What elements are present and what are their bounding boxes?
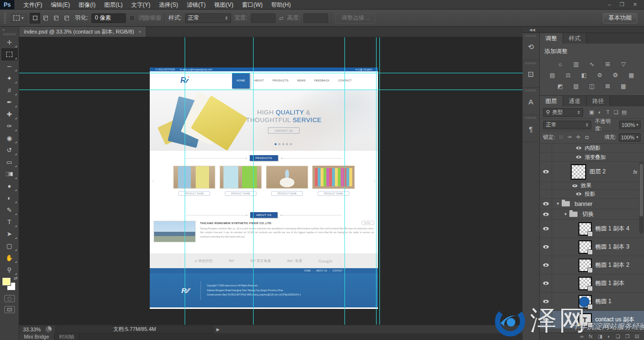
expand-triangle-icon[interactable]: ▼ bbox=[564, 212, 569, 216]
menu-选择(S)[interactable]: 选择(S) bbox=[155, 0, 182, 10]
canvas-viewport[interactable]: ✆ 0512-82707625 ✉ sara.xu@rongweigroup.c… bbox=[19, 37, 522, 325]
subtract-selection-button[interactable] bbox=[51, 13, 61, 23]
layer-row-椭圆 1[interactable]: 椭圆 1 bbox=[540, 293, 644, 311]
menu-图层(L)[interactable]: 图层(L) bbox=[100, 0, 127, 10]
gradient-tool[interactable] bbox=[1, 168, 18, 180]
visibility-eye-icon[interactable] bbox=[543, 213, 549, 216]
paragraph-panel-icon[interactable]: ¶ bbox=[525, 123, 537, 135]
expand-triangle-icon[interactable]: ▼ bbox=[556, 202, 562, 206]
panel-collapse-bar[interactable]: ◀◀ bbox=[522, 27, 644, 33]
link-layers-icon[interactable]: ∞ bbox=[580, 334, 583, 339]
height-input[interactable] bbox=[303, 13, 328, 23]
restore-icon[interactable]: ❐ bbox=[620, 1, 624, 8]
nav-home[interactable]: HOME bbox=[232, 73, 250, 89]
nav-news[interactable]: NEWS bbox=[293, 79, 310, 82]
fill-field[interactable]: 100%▾ bbox=[619, 133, 641, 142]
menu-编辑(E)[interactable]: 编辑(E) bbox=[46, 0, 74, 10]
toolbar-collapse-icon[interactable]: » bbox=[0, 27, 19, 33]
menu-文字(Y)[interactable]: 文字(Y) bbox=[127, 0, 155, 10]
document-tab[interactable]: index.psd @ 33.3% (contact us 副本, RGB/8)… bbox=[19, 27, 146, 37]
tab-样式[interactable]: 样式 bbox=[563, 33, 587, 44]
layer-style-icon[interactable]: fx bbox=[589, 334, 593, 339]
properties-panel-icon[interactable]: ⊡ bbox=[525, 68, 537, 80]
layer-row-渐变叠加[interactable]: 渐变叠加 bbox=[540, 153, 644, 162]
visibility-eye-icon[interactable] bbox=[543, 227, 549, 230]
history-panel-icon[interactable]: ⟲ bbox=[525, 41, 537, 53]
eraser-tool[interactable]: ▭ bbox=[1, 156, 18, 168]
invert-icon[interactable]: ◩ bbox=[555, 82, 566, 90]
tool-preset-picker[interactable]: ▾ bbox=[11, 14, 26, 22]
filter-smart-objects-icon[interactable]: ▤ bbox=[620, 109, 628, 115]
levels-icon[interactable]: ▥ bbox=[570, 60, 582, 68]
character-panel-icon[interactable]: A bbox=[525, 95, 537, 108]
path-selection-tool[interactable]: ➤ bbox=[1, 228, 18, 240]
menu-滤镜(T)[interactable]: 滤镜(T) bbox=[182, 0, 210, 10]
style-select[interactable]: 正常⇕ bbox=[185, 13, 231, 23]
black-white-icon[interactable]: ◧ bbox=[578, 71, 590, 79]
blend-mode-select[interactable]: 正常⇕ bbox=[543, 121, 591, 129]
visibility-eye-icon[interactable] bbox=[543, 202, 549, 205]
visibility-eye-icon[interactable] bbox=[543, 282, 549, 285]
menu-视图(V)[interactable]: 视图(V) bbox=[210, 0, 238, 10]
lock-pixels-icon[interactable]: ✑ bbox=[566, 134, 573, 140]
posterize-icon[interactable]: ▨ bbox=[570, 82, 582, 90]
feather-input[interactable]: 0 像素 bbox=[91, 13, 126, 23]
tab-通道[interactable]: 通道 bbox=[563, 96, 587, 106]
hand-tool[interactable]: ✋ bbox=[1, 252, 18, 264]
color-balance-icon[interactable]: ⚖ bbox=[563, 71, 574, 79]
swap-colors-icon[interactable]: ⇄ bbox=[14, 276, 18, 281]
quick-selection-tool[interactable]: ✦ bbox=[1, 72, 18, 84]
add-mask-icon[interactable]: ◨ bbox=[598, 334, 602, 339]
visibility-eye-icon[interactable] bbox=[543, 245, 549, 249]
visibility-eye-icon[interactable] bbox=[576, 156, 581, 159]
layer-row-banner[interactable]: ▼banner bbox=[540, 199, 644, 209]
bottom-tab-Mini Bridge[interactable]: Mini Bridge bbox=[19, 333, 55, 340]
selective-color-icon[interactable]: ▩ bbox=[618, 82, 629, 90]
quick-mask-button[interactable] bbox=[4, 295, 15, 302]
minimize-icon[interactable]: – bbox=[608, 1, 611, 8]
exposure-icon[interactable]: ⊞ bbox=[602, 60, 613, 68]
clone-stamp-tool[interactable]: ◉ bbox=[1, 132, 18, 144]
layer-row-椭圆 1 副本[interactable]: 椭圆 1 副本 bbox=[540, 274, 644, 293]
blur-tool[interactable]: ● bbox=[1, 180, 18, 192]
visibility-eye-icon[interactable] bbox=[543, 318, 549, 321]
hue-saturation-icon[interactable]: ▤ bbox=[547, 71, 558, 79]
layer-row-效果[interactable]: 效果 bbox=[540, 182, 644, 190]
vibrance-icon[interactable]: ▽ bbox=[618, 60, 629, 68]
layer-row-切换[interactable]: ▼切换 bbox=[540, 209, 644, 220]
layer-fx-badge[interactable]: fx bbox=[633, 169, 637, 175]
menu-文件(F)[interactable]: 文件(F) bbox=[19, 0, 46, 10]
shape-tool[interactable]: ▢ bbox=[1, 240, 18, 252]
layer-filter-type-select[interactable]: ⚲ 类型 ⇕ bbox=[543, 108, 583, 117]
status-options-arrow-icon[interactable]: ▶ bbox=[216, 327, 220, 332]
brush-tool[interactable]: ✑ bbox=[1, 120, 18, 132]
new-group-icon[interactable]: ❏ bbox=[616, 334, 620, 339]
tab-图层[interactable]: 图层 bbox=[540, 96, 563, 106]
layer-row-投影[interactable]: 投影 bbox=[540, 190, 644, 199]
new-adjustment-layer-icon[interactable]: ◐ bbox=[608, 334, 611, 339]
gradient-map-icon[interactable]: ⊠ bbox=[602, 82, 613, 90]
close-icon[interactable]: ✕ bbox=[633, 1, 637, 8]
eyedropper-tool[interactable]: ✒ bbox=[1, 96, 18, 108]
photo-filter-icon[interactable]: ⚙ bbox=[594, 71, 606, 79]
filter-type-layers-icon[interactable]: T bbox=[604, 109, 612, 115]
add-selection-button[interactable] bbox=[40, 13, 51, 23]
lasso-tool[interactable]: ∽ bbox=[1, 60, 18, 72]
nav-feedback[interactable]: FEEDBACK bbox=[310, 79, 334, 82]
layer-row-椭圆 1 副本 4[interactable]: 椭圆 1 副本 4 bbox=[540, 220, 644, 238]
filter-pixel-layers-icon[interactable]: ▣ bbox=[588, 109, 596, 115]
layer-row-图层 2[interactable]: 图层 2fx bbox=[540, 162, 644, 182]
nav-products[interactable]: PRODUCTS bbox=[268, 79, 293, 82]
tab-路径[interactable]: 路径 bbox=[587, 96, 610, 106]
color-lookup-icon[interactable]: ▦ bbox=[626, 71, 637, 79]
rectangular-marquee-tool[interactable] bbox=[1, 48, 18, 60]
layer-row-contact us 副本[interactable]: T⚠contact us 副本 bbox=[540, 311, 644, 329]
visibility-eye-icon[interactable] bbox=[543, 170, 549, 173]
type-tool[interactable]: T bbox=[1, 216, 18, 228]
menu-窗口(W)[interactable]: 窗口(W) bbox=[238, 0, 267, 10]
refine-edge-button[interactable]: 调整边缘… bbox=[335, 13, 376, 23]
layers-scrollbar[interactable] bbox=[639, 162, 644, 234]
swap-dimensions-icon[interactable]: ⇄ bbox=[279, 15, 284, 22]
tab-调整[interactable]: 调整 bbox=[540, 33, 563, 44]
new-selection-button[interactable] bbox=[30, 13, 40, 23]
